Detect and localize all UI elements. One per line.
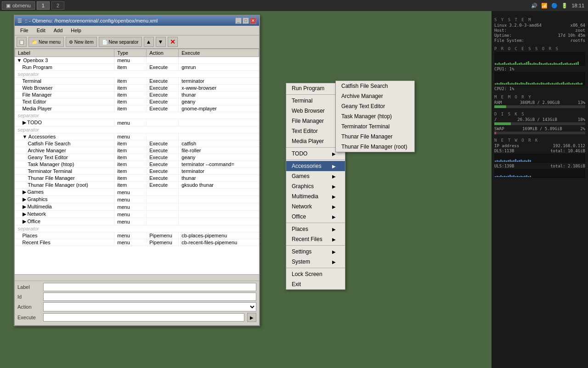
submenu-item[interactable]: Archive Manager [336, 91, 414, 101]
table-row[interactable]: ▶ TODO menu [15, 119, 259, 126]
context-menu-item[interactable]: Accessories▶ [286, 161, 345, 171]
taskbar-window-btn[interactable]: ▣ obmenu [2, 1, 35, 10]
table-container[interactable]: Label Type Action Execute ▼ Openbox 3 me… [15, 49, 259, 274]
new-item-button[interactable]: ⚙ New item [66, 37, 97, 47]
delete-button[interactable]: ✕ [168, 37, 178, 47]
os-row: Linux 3.2.0-3-amd64 x86_64 [494, 23, 585, 28]
table-row[interactable]: separator [15, 126, 259, 133]
table-row[interactable]: Text Editor item Execute geany [15, 98, 259, 105]
id-input[interactable] [43, 293, 256, 301]
context-menu-item[interactable]: Settings▶ [286, 247, 345, 257]
submenu-item[interactable]: Geany Text Editor [336, 101, 414, 111]
table-row[interactable]: ▶ Games menu [15, 189, 259, 196]
table-row[interactable]: Terminal item Execute terminator [15, 78, 259, 85]
context-menu-item[interactable]: Graphics▶ [286, 181, 345, 191]
context-menu-item[interactable]: Multimedia▶ [286, 191, 345, 201]
table-row[interactable]: ▶ Network menu [15, 211, 259, 218]
minimize-button[interactable]: _ [235, 17, 242, 24]
table-row[interactable]: ▶ Office menu [15, 218, 259, 225]
horizontal-scrollbar[interactable] [15, 274, 259, 281]
table-row[interactable]: Run Program item Execute gmrun [15, 64, 259, 71]
submenu-item[interactable]: Thunar File Manager (root) [336, 142, 414, 152]
context-menu-item[interactable]: Games▶ [286, 171, 345, 181]
submenu-item[interactable]: Thunar File Manager [336, 132, 414, 142]
menu-item-label: Run Program [292, 85, 324, 92]
icon-btn[interactable]: 📋 [17, 37, 27, 47]
accessories-submenu: Catfish File SearchArchive ManagerGeany … [335, 80, 415, 152]
execute-input[interactable] [43, 313, 244, 322]
table-row[interactable]: separator [15, 225, 259, 232]
workspace-2[interactable]: 2 [51, 1, 64, 10]
action-select[interactable]: Execute Pipemenu [43, 302, 256, 311]
uls-graph [494, 169, 585, 178]
table-row[interactable]: Recent Files menu Pipemenu cb-recent-fil… [15, 239, 259, 246]
table-row[interactable]: Thunar File Manager item Execute thunar [15, 175, 259, 182]
menu-item-label: System [292, 259, 310, 265]
col-label: Label [15, 49, 114, 57]
close-button[interactable]: ✕ [250, 17, 256, 24]
submenu-item[interactable]: Catfish File Search [336, 81, 414, 91]
move-down-button[interactable]: ▼ [156, 37, 166, 47]
submenu-arrow: ▶ [332, 184, 336, 189]
table-row[interactable]: Web Browser item Execute x-www-browser [15, 85, 259, 92]
table-row[interactable]: Catfish File Search item Execute catfish [15, 140, 259, 147]
context-menu-item[interactable]: System▶ [286, 257, 345, 267]
menu-file[interactable]: File [17, 27, 32, 34]
table-row[interactable]: Thunar File Manager (root) item Execute … [15, 182, 259, 189]
menu-edit[interactable]: Edit [33, 27, 49, 34]
submenu-arrow: ▶ [332, 204, 336, 209]
table-row[interactable]: separator [15, 112, 259, 119]
context-menu-item[interactable]: Network▶ [286, 201, 345, 212]
swap-progress-fill [494, 132, 496, 134]
menu-item-label: Graphics [292, 183, 314, 190]
menu-add[interactable]: Add [50, 27, 67, 34]
table-row[interactable]: Places menu Pipemenu cb-places-pipemenu [15, 232, 259, 239]
menu-separator [286, 268, 345, 268]
new-separator-button[interactable]: 📄 New separator [99, 37, 142, 47]
context-menu-item[interactable]: Office▶ [286, 212, 345, 222]
menu-item-label: Text Editor [292, 128, 318, 134]
window-toolbar: 📋 📁 New menu ⚙ New item 📄 New separator … [15, 35, 259, 49]
taskbar-left: ▣ obmenu 1 2 [0, 1, 64, 10]
submenu-arrow: ▶ [332, 164, 336, 169]
table-row[interactable]: Archive Manager item Execute file-roller [15, 147, 259, 154]
table-row[interactable]: Task Manager (htop) item Execute termina… [15, 161, 259, 168]
form-id-label: Id [17, 294, 40, 299]
context-menu-item[interactable]: Exit [286, 279, 345, 289]
table-row[interactable]: ▼ Openbox 3 menu [15, 57, 259, 64]
context-menu-item[interactable]: Lock Screen [286, 269, 345, 279]
form-id-row: Id [17, 293, 256, 301]
ram-progress [494, 105, 585, 108]
disk-row: / 26.3GiB / 143GiB 18% [494, 117, 585, 122]
menu-item-label: Media Player [292, 138, 324, 144]
table-row[interactable]: ▶ Multimedia menu [15, 203, 259, 211]
menu-table: Label Type Action Execute ▼ Openbox 3 me… [15, 49, 259, 246]
menu-help[interactable]: Help [67, 27, 85, 34]
context-menu-item[interactable]: Places▶ [286, 224, 345, 234]
table-row[interactable]: ▼ Accessories menu [15, 133, 259, 140]
menu-item-label: TODO [292, 150, 307, 157]
table-row[interactable]: File Manager item Execute thunar [15, 92, 259, 98]
submenu-item[interactable]: Task Manager (htop) [336, 111, 414, 121]
menu-item-label: Network [292, 203, 312, 210]
table-row[interactable]: Media Player item Execute gnome-mplayer [15, 105, 259, 112]
maximize-button[interactable]: □ [243, 17, 249, 24]
label-input[interactable] [43, 283, 256, 291]
table-row[interactable]: separator [15, 71, 259, 78]
workspace-1[interactable]: 1 [37, 1, 50, 10]
new-menu-button[interactable]: 📁 New menu [28, 37, 64, 47]
cpu2-label: CPU2: 1% [494, 86, 585, 91]
move-up-button[interactable]: ▲ [144, 37, 154, 47]
execute-browse-button[interactable]: ▶ [247, 313, 256, 322]
table-row[interactable]: Geany Text Editor item Execute geany [15, 154, 259, 161]
table-row[interactable]: ▶ Graphics menu [15, 196, 259, 203]
processors-title: P R O C E S S O R S [494, 46, 585, 51]
system-panel: S Y S T E M Linux 3.2.0-3-amd64 x86_64 H… [492, 11, 588, 368]
disk-progress-fill [494, 122, 511, 125]
ram-row: RAM 386MiB / 2.90GiB 13% [494, 100, 585, 105]
submenu-item[interactable]: Terminator Terminal [336, 121, 414, 132]
bottom-form: Label Id Action Execute Pipemenu Execute… [15, 281, 259, 325]
context-menu-item[interactable]: Recent Files▶ [286, 234, 345, 244]
menu-item-label: Terminal [292, 98, 312, 104]
table-row[interactable]: Terminator Terminal item Execute termina… [15, 168, 259, 175]
